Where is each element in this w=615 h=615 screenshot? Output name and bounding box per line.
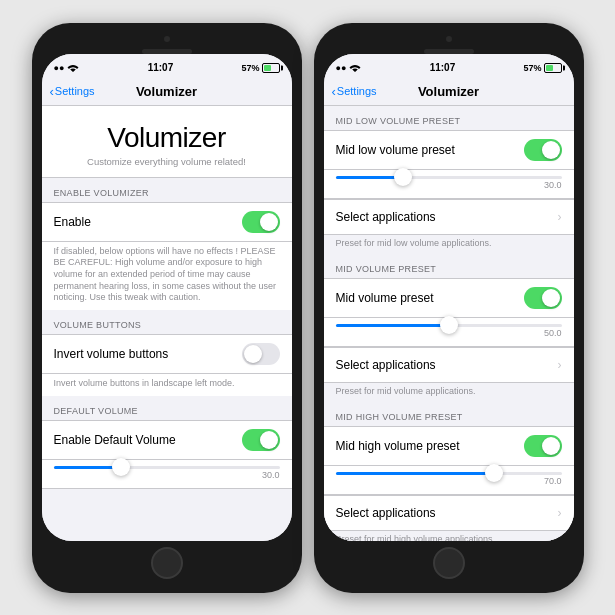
- phone2-mid-high-slider-thumb[interactable]: [485, 464, 503, 482]
- phone1-screen: ●● 11:07 57% ‹ Settings Volumizer: [42, 54, 292, 541]
- phone2-mid-sublabel: Preset for mid volume applications.: [324, 383, 574, 402]
- phone1-default-vol-toggle[interactable]: [242, 429, 280, 451]
- phone1-invert-sublabel: Invert volume buttons in landscape left …: [42, 374, 292, 396]
- phone1-battery-icon: [262, 63, 280, 73]
- phone1-invert-thumb: [244, 345, 262, 363]
- phone2-top-dot: [446, 36, 452, 42]
- phone1-enable-row[interactable]: Enable: [42, 203, 292, 241]
- phone-1: ●● 11:07 57% ‹ Settings Volumizer: [32, 23, 302, 593]
- phone2-back-label: Settings: [337, 85, 377, 97]
- phone1-speaker: [142, 49, 192, 54]
- phone2-mid-select-row[interactable]: Select applications ›: [324, 348, 574, 382]
- phone1-content: Volumizer Customize everything volume re…: [42, 106, 292, 541]
- phone1-default-slider-value: 30.0: [54, 470, 280, 480]
- phone2-mid-high-slider-container: 70.0: [324, 466, 574, 495]
- phone2-status-bar: ●● 11:07 57%: [324, 54, 574, 80]
- phone1-enable-sublabel: If disabled, below options will have no …: [42, 242, 292, 310]
- phone2-battery: 57%: [523, 63, 561, 73]
- phone2-mid-low-select-row[interactable]: Select applications ›: [324, 200, 574, 234]
- phone2-mid-high-thumb: [542, 437, 560, 455]
- phone1-back-chevron: ‹: [50, 85, 54, 98]
- phone2-screen: ●● 11:07 57% ‹ Settings Volumizer: [324, 54, 574, 541]
- phone1-section-default-vol: DEFAULT VOLUME: [42, 396, 292, 420]
- phone1-battery: 57%: [241, 63, 279, 73]
- phone1-home-btn[interactable]: [151, 547, 183, 579]
- phone2-mid-slider-fill: [336, 324, 449, 327]
- phone1-time: 11:07: [148, 62, 174, 73]
- phone2-time: 11:07: [430, 62, 456, 73]
- phone2-mid-low-thumb: [542, 141, 560, 159]
- phone2-mid-group: Mid volume preset: [324, 278, 574, 318]
- phone2-battery-icon: [544, 63, 562, 73]
- phone2-speaker: [424, 49, 474, 54]
- phone1-back-btn[interactable]: ‹ Settings: [50, 85, 95, 98]
- phone1-invert-toggle[interactable]: [242, 343, 280, 365]
- phone2-section-mid: MID VOLUME PRESET: [324, 254, 574, 278]
- phone1-status-bar: ●● 11:07 57%: [42, 54, 292, 80]
- phone2-mid-label: Mid volume preset: [336, 291, 434, 305]
- phone2-mid-slider-thumb[interactable]: [440, 316, 458, 334]
- phone1-default-slider-thumb[interactable]: [112, 458, 130, 476]
- phone2-mid-high-row[interactable]: Mid high volume preset: [324, 427, 574, 465]
- phone2-mid-high-toggle[interactable]: [524, 435, 562, 457]
- phones-container: ●● 11:07 57% ‹ Settings Volumizer: [32, 23, 584, 593]
- phone2-section-mid-low: MID LOW VOLUME PRESET: [324, 106, 574, 130]
- phone2-mid-slider-track[interactable]: [336, 324, 562, 327]
- phone2-mid-low-select-label: Select applications: [336, 210, 436, 224]
- phone2-bars: ●●: [336, 63, 347, 73]
- phone2-mid-low-slider-value: 30.0: [336, 180, 562, 190]
- phone2-mid-low-slider-container: 30.0: [324, 170, 574, 199]
- phone1-hero-subtitle: Customize everything volume related!: [52, 156, 282, 167]
- phone2-mid-low-slider-fill: [336, 176, 404, 179]
- phone1-top-dot: [164, 36, 170, 42]
- phone1-section-enable: ENABLE VOLUMIZER: [42, 178, 292, 202]
- phone2-mid-low-chevron: ›: [558, 210, 562, 224]
- phone2-mid-low-slider-track[interactable]: [336, 176, 562, 179]
- phone1-nav-bar: ‹ Settings Volumizer: [42, 80, 292, 106]
- phone1-default-vol-row[interactable]: Enable Default Volume: [42, 421, 292, 459]
- phone1-default-vol-group: Enable Default Volume: [42, 420, 292, 460]
- phone1-invert-label: Invert volume buttons: [54, 347, 169, 361]
- phone2-signal: ●●: [336, 63, 362, 73]
- phone2-mid-high-select-group: Select applications ›: [324, 495, 574, 531]
- phone2-mid-high-chevron: ›: [558, 506, 562, 520]
- phone2-mid-select-label: Select applications: [336, 358, 436, 372]
- phone2-mid-low-row[interactable]: Mid low volume preset: [324, 131, 574, 169]
- phone2-back-btn[interactable]: ‹ Settings: [332, 85, 377, 98]
- phone2-mid-chevron: ›: [558, 358, 562, 372]
- phone2-mid-low-sublabel: Preset for mid low volume applications.: [324, 235, 574, 254]
- phone2-mid-high-label: Mid high volume preset: [336, 439, 460, 453]
- phone2-mid-row[interactable]: Mid volume preset: [324, 279, 574, 317]
- phone2-mid-select-group: Select applications ›: [324, 347, 574, 383]
- phone1-default-slider-track[interactable]: [54, 466, 280, 469]
- phone1-default-slider-container: 30.0: [42, 460, 292, 489]
- phone2-section-mid-high: MID HIGH VOLUME PRESET: [324, 402, 574, 426]
- phone1-invert-group: Invert volume buttons: [42, 334, 292, 374]
- phone2-mid-low-toggle[interactable]: [524, 139, 562, 161]
- phone1-nav-title: Volumizer: [136, 84, 197, 99]
- phone2-mid-low-group: Mid low volume preset: [324, 130, 574, 170]
- phone2-mid-low-select-group: Select applications ›: [324, 199, 574, 235]
- phone1-default-slider-fill: [54, 466, 122, 469]
- phone1-battery-pct: 57%: [241, 63, 259, 73]
- phone2-mid-low-slider-thumb[interactable]: [394, 168, 412, 186]
- phone2-mid-high-select-label: Select applications: [336, 506, 436, 520]
- phone1-invert-row[interactable]: Invert volume buttons: [42, 335, 292, 373]
- wifi-icon-2: [349, 63, 361, 72]
- phone1-default-vol-thumb: [260, 431, 278, 449]
- phone2-content: MID LOW VOLUME PRESET Mid low volume pre…: [324, 106, 574, 541]
- phone1-bars: ●●: [54, 63, 65, 73]
- phone2-back-chevron: ‹: [332, 85, 336, 98]
- phone1-section-vol-btns: VOLUME BUTTONS: [42, 310, 292, 334]
- phone2-mid-high-slider-track[interactable]: [336, 472, 562, 475]
- wifi-icon: [67, 63, 79, 72]
- phone2-mid-high-group: Mid high volume preset: [324, 426, 574, 466]
- phone1-default-vol-label: Enable Default Volume: [54, 433, 176, 447]
- phone2-nav-title: Volumizer: [418, 84, 479, 99]
- phone1-back-label: Settings: [55, 85, 95, 97]
- phone2-mid-toggle[interactable]: [524, 287, 562, 309]
- phone2-mid-high-select-row[interactable]: Select applications ›: [324, 496, 574, 530]
- phone2-battery-pct: 57%: [523, 63, 541, 73]
- phone2-home-btn[interactable]: [433, 547, 465, 579]
- phone1-enable-toggle[interactable]: [242, 211, 280, 233]
